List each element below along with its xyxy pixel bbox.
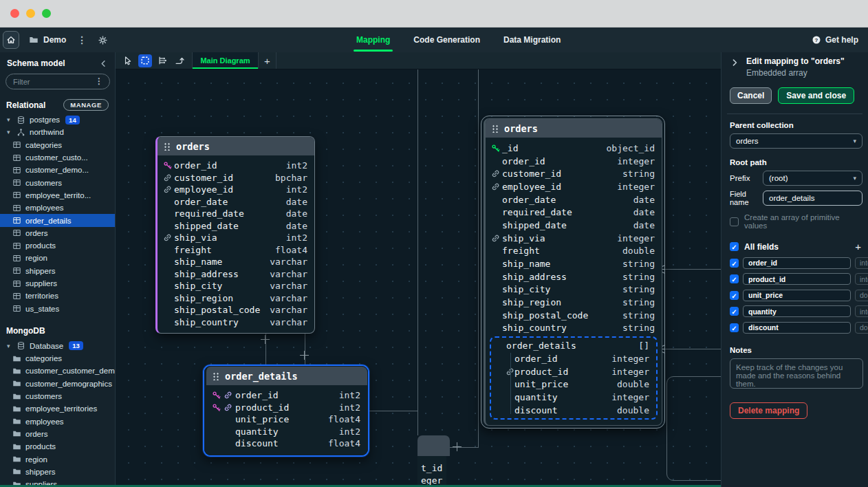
- field-row[interactable]: order_idinteger: [486, 155, 662, 168]
- field-row[interactable]: order_datedate: [158, 196, 314, 208]
- field-row-group[interactable]: order_details[]: [491, 339, 656, 352]
- sidebar-table-territories[interactable]: territories: [0, 290, 115, 302]
- close-window-button[interactable]: [10, 9, 19, 18]
- field-row-nested[interactable]: discountdouble: [491, 404, 656, 417]
- field-type-select[interactable]: double▾: [855, 290, 868, 301]
- field-row[interactable]: ship_regionvarchar: [158, 292, 314, 305]
- caret-down-icon[interactable]: ▾: [7, 129, 12, 136]
- embedded-array-selection[interactable]: order_details[] order_idinteger product_…: [490, 336, 658, 420]
- parent-collection-select[interactable]: orders ▾: [730, 133, 862, 149]
- field-row[interactable]: discountfloat4: [206, 437, 367, 450]
- notes-textarea[interactable]: [730, 358, 863, 389]
- sidebar-table-customer-demo[interactable]: customer_demo...: [0, 164, 115, 176]
- field-row[interactable]: ship_postal_codestring: [486, 309, 662, 322]
- route-lines-icon[interactable]: [173, 54, 186, 67]
- collection-table-orders-mongodb[interactable]: orders _idobject_id order_idinteger cust…: [481, 116, 665, 429]
- field-row[interactable]: required_datedate: [158, 208, 314, 220]
- sidebar-collection-customer-customer-demo[interactable]: customer_customer_demo: [0, 365, 115, 377]
- table-header[interactable]: orders: [158, 137, 314, 155]
- sidebar-table-customer-custo[interactable]: customer_custo...: [0, 151, 115, 164]
- collapse-sidebar-icon[interactable]: [99, 59, 108, 68]
- field-row[interactable]: ship_namevarchar: [158, 256, 314, 268]
- partial-table-header[interactable]: [417, 435, 450, 456]
- field-name-input[interactable]: [743, 322, 851, 334]
- field-row[interactable]: _idobject_id: [486, 142, 662, 155]
- manage-button[interactable]: MANAGE: [63, 99, 109, 111]
- field-row[interactable]: employee_idint2: [158, 184, 314, 196]
- field-type-select[interactable]: double▾: [855, 322, 868, 334]
- settings-gear-icon[interactable]: [98, 35, 108, 45]
- project-breadcrumb[interactable]: Demo: [29, 35, 66, 45]
- tab-code-generation[interactable]: Code Generation: [413, 28, 480, 52]
- field-row[interactable]: order_idint2: [206, 389, 367, 402]
- field-row[interactable]: ship_countryvarchar: [158, 316, 314, 329]
- tree-node-northwind[interactable]: ▾ northwind: [0, 126, 115, 138]
- partial-table-body[interactable]: t_id eger: [417, 456, 446, 487]
- field-row[interactable]: freightdouble: [486, 245, 662, 258]
- sidebar-table-suppliers[interactable]: suppliers: [0, 277, 115, 290]
- field-row[interactable]: ship_viainteger: [486, 232, 662, 245]
- field-checkbox[interactable]: ✓: [730, 323, 739, 332]
- caret-down-icon[interactable]: ▾: [7, 343, 12, 349]
- field-row[interactable]: shipped_datedate: [158, 220, 314, 232]
- add-field-button[interactable]: +: [855, 241, 862, 252]
- minimize-window-button[interactable]: [26, 9, 35, 18]
- sidebar-table-employees[interactable]: employees: [0, 202, 115, 214]
- field-row-nested[interactable]: product_idinteger: [491, 365, 656, 378]
- field-type-select[interactable]: integer▾: [855, 273, 868, 285]
- sidebar-table-shippers[interactable]: shippers: [0, 265, 115, 277]
- field-row[interactable]: customer_idstring: [486, 167, 662, 180]
- tab-mapping[interactable]: Mapping: [356, 28, 390, 52]
- drag-handle-icon[interactable]: [164, 142, 170, 150]
- field-checkbox[interactable]: ✓: [730, 274, 739, 283]
- field-row[interactable]: ship_namestring: [486, 257, 662, 270]
- sidebar-table-us-states[interactable]: us_states: [0, 302, 115, 314]
- field-checkbox[interactable]: ✓: [730, 259, 739, 268]
- field-row[interactable]: employee_idinteger: [486, 180, 662, 193]
- maximize-window-button[interactable]: [42, 9, 51, 18]
- field-row[interactable]: ship_viaint2: [158, 232, 314, 244]
- prefix-select[interactable]: (root) ▾: [763, 171, 862, 186]
- field-type-select[interactable]: integer▾: [855, 257, 868, 269]
- sidebar-collection-region[interactable]: region: [0, 453, 115, 465]
- sidebar-collection-customers[interactable]: customers: [0, 390, 115, 402]
- field-name-input[interactable]: [743, 257, 851, 269]
- tree-node-postgres[interactable]: ▾ postgres 14: [0, 113, 115, 126]
- field-type-select[interactable]: integer▾: [855, 305, 868, 317]
- drag-handle-icon[interactable]: [492, 125, 498, 132]
- entity-table-orders-relational[interactable]: orders order_idint2 customer_idbpchar em…: [155, 136, 315, 334]
- delete-mapping-button[interactable]: Delete mapping: [730, 402, 807, 419]
- get-help-button[interactable]: Get help: [812, 35, 858, 45]
- tree-node-database[interactable]: ▾ Database 13: [0, 340, 115, 352]
- entity-table-order-details-relational[interactable]: order_details order_idint2 product_idint…: [203, 365, 369, 457]
- all-fields-checkbox[interactable]: ✓: [730, 242, 739, 251]
- field-row-nested[interactable]: quantityinteger: [491, 391, 656, 404]
- field-row[interactable]: ship_countrystring: [486, 322, 662, 335]
- field-row[interactable]: ship_cityvarchar: [158, 280, 314, 292]
- cursor-tool-icon[interactable]: [121, 54, 135, 67]
- sidebar-collection-shippers[interactable]: shippers: [0, 466, 115, 478]
- home-button[interactable]: [3, 31, 19, 49]
- primitive-values-checkbox[interactable]: [730, 217, 739, 226]
- tab-data-migration[interactable]: Data Migration: [503, 28, 561, 52]
- field-row[interactable]: order_datedate: [486, 193, 662, 206]
- drag-handle-icon[interactable]: [213, 372, 219, 380]
- sidebar-collection-orders[interactable]: orders: [0, 428, 115, 440]
- sidebar-collection-categories[interactable]: categories: [0, 352, 115, 365]
- field-name-input[interactable]: [743, 290, 851, 301]
- table-header[interactable]: orders: [486, 119, 662, 138]
- field-row[interactable]: ship_postal_codevarchar: [158, 304, 314, 316]
- auto-layout-icon[interactable]: [155, 54, 169, 67]
- field-row[interactable]: ship_citystring: [486, 283, 662, 296]
- table-header[interactable]: order_details: [206, 367, 367, 385]
- diagram-tab-main[interactable]: Main Diagram: [193, 52, 259, 69]
- sidebar-collection-customer-demographics[interactable]: customer_demographics: [0, 378, 115, 390]
- sidebar-table-order-details-selected[interactable]: order_details: [0, 214, 115, 226]
- sidebar-table-region[interactable]: region: [0, 252, 115, 264]
- field-checkbox[interactable]: ✓: [730, 307, 739, 316]
- collapse-panel-chevron-icon[interactable]: [730, 58, 739, 78]
- field-row[interactable]: quantityint2: [206, 426, 367, 438]
- sidebar-collection-employee-territories[interactable]: employee_territories: [0, 402, 115, 415]
- sidebar-table-customers[interactable]: customers: [0, 176, 115, 188]
- project-kebab-menu-icon[interactable]: ⋮: [76, 34, 88, 45]
